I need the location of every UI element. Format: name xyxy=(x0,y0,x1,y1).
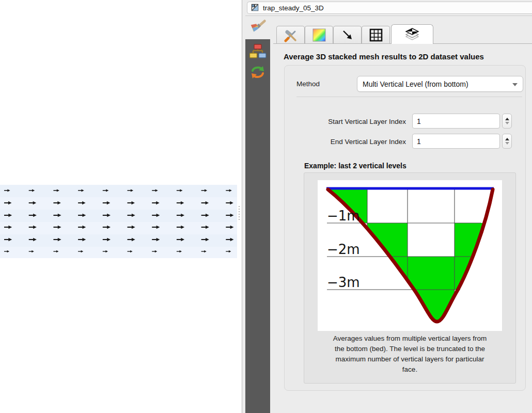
grid-icon xyxy=(369,28,383,42)
tab-contours[interactable] xyxy=(305,26,333,44)
start-layer-label: Start Vertical Layer Index xyxy=(296,118,406,125)
chevron-down-icon xyxy=(512,83,518,86)
method-dropdown[interactable]: Multi Vertical Level (from bottom) xyxy=(357,76,523,92)
panel-title-bar[interactable]: trap_steady_05_3D xyxy=(247,2,532,14)
mesh-layer-icon xyxy=(251,4,259,12)
panel-splitter xyxy=(237,0,242,413)
tab-rendering[interactable] xyxy=(362,26,390,44)
vector-field-band xyxy=(0,185,237,258)
splitter-handle[interactable] xyxy=(239,206,240,220)
depth-label-3m: −3m xyxy=(327,275,360,290)
vector-arrow-icon xyxy=(340,28,355,42)
depth-label-1m: −1m xyxy=(327,208,360,224)
depth-label-2m: −2m xyxy=(327,242,360,257)
end-layer-stepper[interactable] xyxy=(502,134,512,149)
method-label: Method xyxy=(296,80,320,88)
map-canvas[interactable] xyxy=(0,0,237,413)
start-layer-input[interactable]: 1 xyxy=(412,114,500,129)
tools-icon xyxy=(283,28,299,42)
tab-stacked-mesh-averaging[interactable] xyxy=(391,24,433,44)
page-title: Average 3D stacked mesh results to 2D da… xyxy=(284,52,484,61)
layer-styling-panel: trap_steady_05_3D xyxy=(242,0,532,413)
vector-field-svg xyxy=(0,185,237,258)
tab-vectors[interactable] xyxy=(333,26,362,44)
end-layer-value: 1 xyxy=(417,137,421,146)
step-down-icon[interactable] xyxy=(505,122,509,124)
vertical-levels-diagram: −1m −2m −3m xyxy=(318,180,502,331)
caption-line: Averages values from multiple vertical l… xyxy=(308,333,511,344)
tab-general-settings[interactable] xyxy=(276,26,305,44)
end-layer-label: End Vertical Layer Index xyxy=(296,138,406,146)
gradient-icon xyxy=(312,28,326,42)
header-divider xyxy=(245,15,532,16)
example-caption: Averages values from multiple vertical l… xyxy=(308,333,511,375)
step-up-icon[interactable] xyxy=(505,118,509,120)
symbology-brush-icon[interactable] xyxy=(248,19,267,35)
step-up-icon[interactable] xyxy=(505,138,509,140)
reload-style-icon[interactable] xyxy=(248,64,267,81)
stacked-mesh-icon xyxy=(404,27,420,42)
legend-tree-icon[interactable] xyxy=(248,43,267,60)
start-layer-stepper[interactable] xyxy=(502,114,512,129)
example-box: −1m −2m −3m Averages values from multipl… xyxy=(304,172,516,384)
step-down-icon[interactable] xyxy=(505,142,509,145)
method-separator xyxy=(296,97,522,97)
method-value: Multi Vertical Level (from bottom) xyxy=(363,80,468,88)
caption-line: maximum number of vertical layers for pa… xyxy=(308,354,511,364)
start-layer-value: 1 xyxy=(417,117,421,125)
styling-toolbar xyxy=(245,39,270,413)
example-heading: Example: last 2 vertical levels xyxy=(304,162,406,170)
mesh-layer-properties-window: trap_steady_05_3D xyxy=(0,0,532,413)
panel-title: trap_steady_05_3D xyxy=(263,4,324,12)
caption-line: the bottom (bed). The level is be trunca… xyxy=(308,344,511,354)
end-layer-input[interactable]: 1 xyxy=(412,134,500,149)
caption-line: face. xyxy=(308,364,511,375)
